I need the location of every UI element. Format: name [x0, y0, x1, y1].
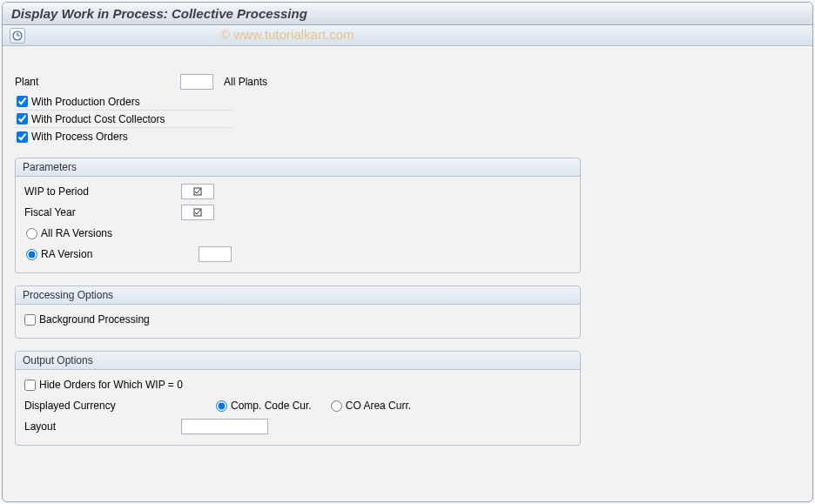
parameters-group: Parameters WIP to Period Fiscal Year	[15, 158, 581, 273]
with-process-orders-row: With Process Orders	[15, 128, 232, 145]
currency-co-label[interactable]: CO Area Curr.	[329, 400, 411, 412]
with-cost-collectors-checkbox[interactable]	[17, 113, 28, 124]
plant-input[interactable]	[180, 74, 213, 90]
ra-version-radio-label[interactable]: RA Version	[24, 248, 181, 260]
with-cost-collectors-label: With Product Cost Collectors	[31, 113, 165, 125]
currency-co-text: CO Area Curr.	[346, 400, 411, 412]
fiscal-year-input[interactable]	[181, 205, 214, 220]
output-group: Output Options Hide Orders for Which WIP…	[15, 351, 581, 446]
all-ra-radio-label[interactable]: All RA Versions	[24, 227, 112, 239]
sap-window: Display Work in Process: Collective Proc…	[2, 2, 813, 502]
currency-comp-radio[interactable]	[216, 400, 227, 412]
layout-input[interactable]	[181, 419, 268, 434]
currency-label: Displayed Currency	[24, 400, 214, 412]
execute-button[interactable]	[10, 28, 25, 44]
with-production-orders-label: With Production Orders	[31, 96, 140, 108]
background-row: Background Processing	[24, 310, 571, 329]
currency-row: Displayed Currency Comp. Code Cur. CO Ar…	[24, 396, 571, 415]
processing-title: Processing Options	[16, 286, 580, 305]
currency-comp-text: Comp. Code Cur.	[231, 400, 312, 412]
layout-label: Layout	[24, 420, 181, 433]
processing-group: Processing Options Background Processing	[15, 286, 581, 339]
currency-comp-label[interactable]: Comp. Code Cur.	[214, 400, 312, 412]
with-process-orders-checkbox[interactable]	[17, 131, 28, 143]
fiscal-year-row: Fiscal Year	[24, 203, 571, 222]
wip-period-label: WIP to Period	[24, 185, 181, 198]
all-ra-row: All RA Versions	[24, 224, 571, 243]
with-production-orders-row: With Production Orders	[15, 93, 232, 111]
wip-period-input[interactable]	[181, 184, 214, 199]
toolbar: © www.tutorialkart.com	[3, 25, 812, 46]
all-ra-text: All RA Versions	[41, 227, 112, 239]
content-area: Plant All Plants With Production Orders …	[3, 46, 812, 454]
currency-co-radio[interactable]	[331, 400, 342, 412]
wip-period-row: WIP to Period	[24, 182, 571, 201]
hide-orders-label: Hide Orders for Which WIP = 0	[39, 379, 183, 391]
all-plants-label: All Plants	[224, 76, 267, 88]
with-process-orders-label: With Process Orders	[31, 131, 128, 143]
ra-version-radio[interactable]	[26, 249, 37, 260]
page-title: Display Work in Process: Collective Proc…	[11, 6, 804, 21]
output-title: Output Options	[16, 352, 580, 370]
plant-label: Plant	[15, 76, 180, 88]
plant-row: Plant All Plants	[15, 72, 800, 91]
watermark: © www.tutorialkart.com	[220, 27, 354, 42]
title-bar: Display Work in Process: Collective Proc…	[3, 3, 812, 25]
layout-row: Layout	[24, 417, 571, 436]
parameters-title: Parameters	[16, 158, 580, 177]
background-label: Background Processing	[39, 313, 150, 326]
ra-version-input[interactable]	[199, 246, 232, 262]
background-checkbox[interactable]	[24, 314, 36, 326]
fiscal-year-label: Fiscal Year	[24, 206, 181, 218]
clock-icon	[12, 30, 23, 41]
hide-orders-row: Hide Orders for Which WIP = 0	[24, 375, 571, 394]
all-ra-radio[interactable]	[26, 228, 37, 239]
with-cost-collectors-row: With Product Cost Collectors	[15, 111, 232, 128]
ra-version-text: RA Version	[41, 248, 92, 260]
ra-version-row: RA Version	[24, 245, 571, 264]
hide-orders-checkbox[interactable]	[24, 380, 36, 391]
with-production-orders-checkbox[interactable]	[17, 96, 28, 107]
